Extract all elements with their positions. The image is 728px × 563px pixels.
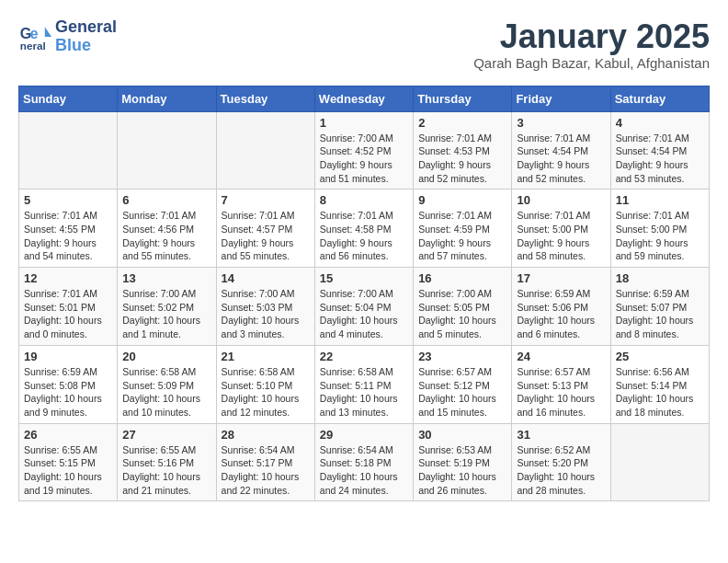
day-number: 20: [122, 350, 210, 363]
day-info: Sunrise: 6:59 AM Sunset: 5:07 PM Dayligh…: [616, 287, 704, 341]
calendar-cell: [216, 111, 314, 190]
day-number: 6: [122, 193, 210, 207]
day-number: 2: [418, 116, 506, 130]
day-info: Sunrise: 6:58 AM Sunset: 5:11 PM Dayligh…: [320, 365, 408, 419]
day-info: Sunrise: 6:57 AM Sunset: 5:12 PM Dayligh…: [418, 365, 506, 419]
day-number: 11: [616, 193, 704, 207]
day-info: Sunrise: 7:01 AM Sunset: 4:57 PM Dayligh…: [222, 209, 310, 263]
logo: G e neral General Blue: [18, 18, 117, 55]
calendar-cell: 15Sunrise: 7:00 AM Sunset: 5:04 PM Dayli…: [314, 268, 413, 346]
calendar-cell: 11Sunrise: 7:01 AM Sunset: 5:00 PM Dayli…: [610, 190, 709, 268]
day-info: Sunrise: 7:00 AM Sunset: 5:05 PM Dayligh…: [418, 287, 506, 341]
title-block: January 2025 Qarah Bagh Bazar, Kabul, Af…: [473, 18, 710, 71]
calendar-week-1: 1Sunrise: 7:00 AM Sunset: 4:52 PM Daylig…: [19, 111, 710, 190]
location: Qarah Bagh Bazar, Kabul, Afghanistan: [473, 55, 710, 71]
day-number: 31: [517, 428, 605, 442]
calendar-header: SundayMondayTuesdayWednesdayThursdayFrid…: [19, 86, 710, 111]
calendar-cell: 27Sunrise: 6:55 AM Sunset: 5:16 PM Dayli…: [118, 423, 216, 501]
calendar-cell: [610, 423, 709, 501]
page-header: G e neral General Blue January 2025 Qara…: [18, 18, 710, 71]
day-number: 22: [320, 350, 408, 363]
day-info: Sunrise: 7:01 AM Sunset: 4:53 PM Dayligh…: [418, 132, 506, 186]
calendar-cell: 12Sunrise: 7:01 AM Sunset: 5:01 PM Dayli…: [19, 268, 118, 346]
calendar-cell: 5Sunrise: 7:01 AM Sunset: 4:55 PM Daylig…: [19, 190, 118, 268]
day-number: 24: [517, 350, 605, 363]
day-number: 9: [418, 193, 506, 207]
calendar-cell: 14Sunrise: 7:00 AM Sunset: 5:03 PM Dayli…: [216, 268, 314, 346]
calendar-cell: 29Sunrise: 6:54 AM Sunset: 5:18 PM Dayli…: [314, 423, 413, 501]
day-info: Sunrise: 6:56 AM Sunset: 5:14 PM Dayligh…: [616, 365, 704, 419]
calendar-week-4: 19Sunrise: 6:59 AM Sunset: 5:08 PM Dayli…: [19, 345, 710, 423]
day-info: Sunrise: 7:01 AM Sunset: 4:54 PM Dayligh…: [517, 132, 605, 186]
logo-icon: G e neral: [18, 20, 51, 53]
day-info: Sunrise: 7:01 AM Sunset: 5:01 PM Dayligh…: [24, 287, 112, 341]
calendar-cell: 19Sunrise: 6:59 AM Sunset: 5:08 PM Dayli…: [19, 345, 118, 423]
day-number: 25: [616, 350, 704, 363]
calendar-cell: 3Sunrise: 7:01 AM Sunset: 4:54 PM Daylig…: [512, 111, 610, 190]
calendar-cell: 21Sunrise: 6:58 AM Sunset: 5:10 PM Dayli…: [216, 345, 314, 423]
day-info: Sunrise: 6:53 AM Sunset: 5:19 PM Dayligh…: [418, 443, 506, 498]
day-number: 16: [418, 271, 506, 285]
calendar-cell: 1Sunrise: 7:00 AM Sunset: 4:52 PM Daylig…: [314, 111, 413, 190]
day-info: Sunrise: 7:00 AM Sunset: 5:04 PM Dayligh…: [320, 287, 408, 341]
calendar-cell: 20Sunrise: 6:58 AM Sunset: 5:09 PM Dayli…: [118, 345, 216, 423]
calendar-cell: 18Sunrise: 6:59 AM Sunset: 5:07 PM Dayli…: [610, 268, 709, 346]
calendar-cell: 25Sunrise: 6:56 AM Sunset: 5:14 PM Dayli…: [610, 345, 709, 423]
day-number: 29: [320, 428, 408, 442]
svg-text:e: e: [30, 25, 39, 41]
calendar-week-2: 5Sunrise: 7:01 AM Sunset: 4:55 PM Daylig…: [19, 190, 710, 268]
day-info: Sunrise: 7:01 AM Sunset: 5:00 PM Dayligh…: [517, 209, 605, 263]
day-info: Sunrise: 7:01 AM Sunset: 4:59 PM Dayligh…: [418, 209, 506, 263]
day-number: 30: [418, 428, 506, 442]
day-info: Sunrise: 6:59 AM Sunset: 5:06 PM Dayligh…: [517, 287, 605, 341]
day-info: Sunrise: 6:55 AM Sunset: 5:15 PM Dayligh…: [24, 443, 112, 498]
calendar-cell: 26Sunrise: 6:55 AM Sunset: 5:15 PM Dayli…: [19, 423, 118, 501]
svg-text:neral: neral: [20, 40, 46, 52]
calendar-cell: 17Sunrise: 6:59 AM Sunset: 5:06 PM Dayli…: [512, 268, 610, 346]
day-info: Sunrise: 6:58 AM Sunset: 5:09 PM Dayligh…: [122, 365, 210, 419]
day-number: 5: [24, 193, 112, 207]
calendar-cell: [118, 111, 216, 190]
calendar-cell: 4Sunrise: 7:01 AM Sunset: 4:54 PM Daylig…: [610, 111, 709, 190]
weekday-header-saturday: Saturday: [610, 86, 709, 111]
day-info: Sunrise: 6:57 AM Sunset: 5:13 PM Dayligh…: [517, 365, 605, 419]
calendar-cell: 7Sunrise: 7:01 AM Sunset: 4:57 PM Daylig…: [216, 190, 314, 268]
weekday-header-monday: Monday: [118, 86, 216, 111]
day-number: 3: [517, 116, 605, 130]
calendar-week-5: 26Sunrise: 6:55 AM Sunset: 5:15 PM Dayli…: [19, 423, 710, 501]
day-number: 18: [616, 271, 704, 285]
day-number: 21: [222, 350, 310, 363]
day-number: 26: [24, 428, 112, 442]
day-info: Sunrise: 7:01 AM Sunset: 4:55 PM Dayligh…: [24, 209, 112, 263]
svg-marker-3: [45, 27, 51, 37]
calendar-table: SundayMondayTuesdayWednesdayThursdayFrid…: [18, 86, 710, 502]
day-number: 15: [320, 271, 408, 285]
weekday-header-tuesday: Tuesday: [216, 86, 314, 111]
day-number: 28: [222, 428, 310, 442]
day-info: Sunrise: 6:54 AM Sunset: 5:18 PM Dayligh…: [320, 443, 408, 498]
day-info: Sunrise: 7:00 AM Sunset: 5:03 PM Dayligh…: [222, 287, 310, 341]
calendar-cell: 28Sunrise: 6:54 AM Sunset: 5:17 PM Dayli…: [216, 423, 314, 501]
calendar-cell: [19, 111, 118, 190]
day-number: 19: [24, 350, 112, 363]
day-info: Sunrise: 6:55 AM Sunset: 5:16 PM Dayligh…: [122, 443, 210, 498]
day-number: 7: [222, 193, 310, 207]
day-number: 27: [122, 428, 210, 442]
day-info: Sunrise: 7:01 AM Sunset: 4:58 PM Dayligh…: [320, 209, 408, 263]
day-info: Sunrise: 6:58 AM Sunset: 5:10 PM Dayligh…: [222, 365, 310, 419]
day-info: Sunrise: 7:00 AM Sunset: 5:02 PM Dayligh…: [122, 287, 210, 341]
weekday-header-sunday: Sunday: [19, 86, 118, 111]
calendar-cell: 10Sunrise: 7:01 AM Sunset: 5:00 PM Dayli…: [512, 190, 610, 268]
day-number: 17: [517, 271, 605, 285]
day-number: 14: [222, 271, 310, 285]
calendar-week-3: 12Sunrise: 7:01 AM Sunset: 5:01 PM Dayli…: [19, 268, 710, 346]
day-number: 1: [320, 116, 408, 130]
day-info: Sunrise: 6:54 AM Sunset: 5:17 PM Dayligh…: [222, 443, 310, 498]
calendar-cell: 13Sunrise: 7:00 AM Sunset: 5:02 PM Dayli…: [118, 268, 216, 346]
weekday-header-wednesday: Wednesday: [314, 86, 413, 111]
day-info: Sunrise: 7:00 AM Sunset: 4:52 PM Dayligh…: [320, 132, 408, 186]
weekday-header-thursday: Thursday: [414, 86, 512, 111]
calendar-cell: 8Sunrise: 7:01 AM Sunset: 4:58 PM Daylig…: [314, 190, 413, 268]
calendar-cell: 30Sunrise: 6:53 AM Sunset: 5:19 PM Dayli…: [414, 423, 512, 501]
month-title: January 2025: [473, 18, 710, 55]
